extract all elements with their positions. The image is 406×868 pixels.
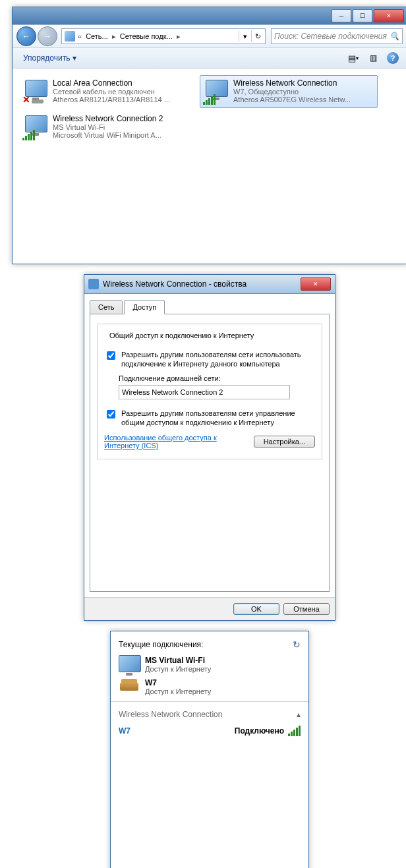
flyout-heading: Текущие подключения: [119, 640, 203, 649]
dialog-icon [88, 279, 99, 289]
connection-item[interactable]: Wireless Network Connection W7, Общедост… [200, 75, 378, 108]
conn-info: W7 Доступ к Интернету [145, 678, 211, 695]
connection-info: Local Area Connection Сетевой кабель не … [53, 78, 194, 105]
connection-adapter: Atheros AR8121/AR8113/AR8114 ... [53, 96, 194, 103]
settings-button[interactable]: Настройка... [254, 436, 315, 448]
ics-help-link[interactable]: Использование общего доступа к Интернету… [104, 434, 223, 449]
ok-button[interactable]: OK [233, 603, 279, 615]
chevron-up-icon: ▴ [297, 710, 301, 719]
allow-share-checkbox[interactable] [107, 351, 115, 360]
allow-control-label: Разрешить другим пользователям сети упра… [121, 409, 315, 428]
breadcrumb-seg[interactable]: Сеть... [83, 32, 111, 40]
organize-label: Упорядочить [23, 53, 70, 63]
section-label: Wireless Network Connection [119, 710, 222, 719]
connection-info: Wireless Network Connection 2 MS Virtual… [53, 114, 194, 140]
connection-info: Wireless Network Connection W7, Общедост… [233, 78, 374, 105]
forward-button[interactable]: → [38, 26, 57, 46]
home-conn-select[interactable]: Wireless Network Connection 2 [119, 385, 290, 399]
allow-share-label: Разрешить другим пользователям сети испо… [121, 350, 315, 369]
conn-info: MS Virtual Wi-Fi Доступ к Интернету [145, 656, 211, 673]
link-row: Использование общего доступа к Интернету… [104, 434, 315, 449]
connection-name: Wireless Network Connection [233, 78, 374, 88]
group-title: Общий доступ к подключению к Интернету [107, 332, 256, 339]
help-icon: ? [387, 52, 399, 64]
refresh-button[interactable]: ↻ [251, 30, 264, 42]
divider [111, 701, 308, 702]
bench-icon [119, 678, 140, 696]
conn-sub: Доступ к Интернету [145, 687, 211, 695]
network-name: W7 [119, 726, 130, 736]
tab-bar: Сеть Доступ [90, 300, 330, 314]
allow-control-checkbox[interactable] [107, 410, 115, 419]
conn-name: W7 [145, 678, 211, 687]
organize-button[interactable]: Упорядочить ▾ [18, 51, 82, 65]
chevron-right-icon: ▸ [175, 32, 182, 41]
connection-adapter: Microsoft Virtual WiFi Miniport A... [53, 131, 194, 139]
home-conn-value: Wireless Network Connection 2 [122, 388, 223, 396]
view-button[interactable]: ▤▾ [345, 50, 362, 66]
chevron-left-icon: « [76, 32, 83, 40]
flyout-header: Текущие подключения: ↻ [119, 639, 301, 650]
command-bar: Упорядочить ▾ ▤▾ ▥ ? [13, 48, 406, 69]
close-button[interactable]: ✕ [374, 9, 404, 22]
address-bar[interactable]: « Сеть... ▸ Сетевые подк... ▸ ▾ ↻ [61, 28, 266, 44]
dialog-title: Wireless Network Connection - свойства [103, 279, 299, 289]
tab-network[interactable]: Сеть [90, 300, 123, 314]
monitor-icon [119, 655, 140, 674]
tab-content: Общий доступ к подключению к Интернету Р… [90, 314, 330, 592]
chevron-right-icon: ▸ [111, 32, 117, 41]
ics-group: Общий доступ к подключению к Интернету Р… [97, 324, 322, 459]
flyout-body: Текущие подключения: ↻ MS Virtual Wi-Fi … [111, 631, 308, 868]
signal-icon [288, 726, 301, 736]
titlebar: ─ ☐ ✕ [13, 7, 406, 25]
connections-list: ✕ Local Area Connection Сетевой кабель н… [13, 69, 406, 264]
current-conn-item[interactable]: W7 Доступ к Интернету [119, 678, 301, 696]
search-input[interactable]: Поиск: Сетевые подключения 🔍 [271, 28, 403, 44]
properties-dialog: Wireless Network Connection - свойства ✕… [84, 274, 335, 621]
flyout-spacer [119, 740, 301, 868]
nav-toolbar: ← → « Сеть... ▸ Сетевые подк... ▸ ▾ ↻ По… [13, 25, 406, 48]
connection-status: MS Virtual Wi-Fi [53, 123, 194, 131]
home-conn-label: Подключение домашней сети: [119, 374, 315, 382]
network-icon [65, 31, 75, 42]
network-connections-window: ─ ☐ ✕ ← → « Сеть... ▸ Сетевые подк... ▸ … [12, 7, 406, 264]
titlebar: Wireless Network Connection - свойства ✕ [84, 275, 335, 294]
conn-sub: Доступ к Интернету [145, 665, 211, 673]
refresh-button[interactable]: ↻ [293, 639, 301, 650]
connection-status: W7, Общедоступно [233, 88, 374, 96]
close-button[interactable]: ✕ [301, 277, 331, 291]
maximize-button[interactable]: ☐ [353, 9, 372, 22]
preview-pane-button[interactable]: ▥ [364, 50, 382, 66]
help-button[interactable]: ? [384, 50, 401, 66]
dialog-buttons: OK Отмена [84, 597, 335, 620]
wifi-icon [203, 78, 229, 105]
minimize-button[interactable]: ─ [332, 9, 351, 22]
cancel-button[interactable]: Отмена [283, 603, 330, 615]
conn-name: MS Virtual Wi-Fi [145, 656, 211, 665]
wifi-section-header[interactable]: Wireless Network Connection ▴ [119, 707, 301, 722]
lan-off-icon: ✕ [22, 78, 49, 105]
connection-item[interactable]: Wireless Network Connection 2 MS Virtual… [19, 111, 197, 144]
breadcrumb-seg[interactable]: Сетевые подк... [117, 32, 175, 40]
dropdown-button[interactable]: ▾ [239, 30, 251, 42]
connection-adapter: Atheros AR5007EG Wireless Netw... [233, 96, 374, 103]
dialog-body: Сеть Доступ Общий доступ к подключению к… [84, 294, 335, 597]
tab-sharing[interactable]: Доступ [124, 300, 165, 314]
wifi-icon [22, 114, 49, 140]
network-status: Подключено [235, 726, 284, 736]
allow-control-row: Разрешить другим пользователям сети упра… [104, 409, 315, 428]
connection-status: Сетевой кабель не подключен [53, 88, 194, 96]
back-button[interactable]: ← [16, 26, 36, 46]
wifi-network-item[interactable]: W7 Подключено [119, 722, 301, 740]
connection-item[interactable]: ✕ Local Area Connection Сетевой кабель н… [19, 75, 197, 108]
search-icon: 🔍 [390, 32, 399, 41]
current-conn-item[interactable]: MS Virtual Wi-Fi Доступ к Интернету [119, 655, 301, 674]
connection-name: Local Area Connection [53, 78, 194, 88]
network-flyout: Текущие подключения: ↻ MS Virtual Wi-Fi … [110, 631, 309, 868]
connection-name: Wireless Network Connection 2 [53, 114, 194, 123]
search-placeholder: Поиск: Сетевые подключения [274, 32, 387, 41]
allow-share-row: Разрешить другим пользователям сети испо… [104, 350, 315, 369]
